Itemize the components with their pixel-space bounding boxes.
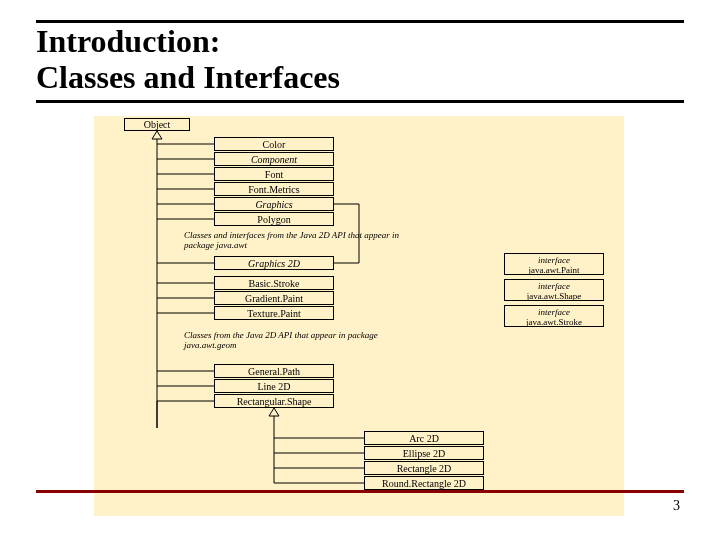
class-gradientpaint: Gradient.Paint xyxy=(214,291,334,305)
class-fontmetrics: Font.Metrics xyxy=(214,182,334,196)
class-ellipse2d: Ellipse 2D xyxy=(364,446,484,460)
class-arc2d: Arc 2D xyxy=(364,431,484,445)
interface-shape: interface java.awt.Shape xyxy=(504,279,604,301)
class-roundrectangle2d: Round.Rectangle 2D xyxy=(364,476,484,490)
page-number: 3 xyxy=(673,498,680,514)
class-graphics2d: Graphics 2D xyxy=(214,256,334,270)
class-graphics: Graphics xyxy=(214,197,334,211)
interface-stroke: interface java.awt.Stroke xyxy=(504,305,604,327)
title-line1: Introduction: xyxy=(36,23,220,59)
caption-geom: Classes from the Java 2D API that appear… xyxy=(184,331,404,351)
bottom-rule xyxy=(36,490,684,493)
class-rectangle2d: Rectangle 2D xyxy=(364,461,484,475)
svg-marker-0 xyxy=(152,131,162,139)
interface-paint: interface java.awt.Paint xyxy=(504,253,604,275)
svg-marker-19 xyxy=(269,408,279,416)
title-line2: Classes and Interfaces xyxy=(36,59,340,95)
page-title: Introduction: Classes and Interfaces xyxy=(36,24,340,96)
class-color: Color xyxy=(214,137,334,151)
class-line2d: Line 2D xyxy=(214,379,334,393)
class-diagram: Object Color Component Font Font.Metrics… xyxy=(94,116,624,516)
class-polygon: Polygon xyxy=(214,212,334,226)
caption-awt: Classes and interfaces from the Java 2D … xyxy=(184,231,404,251)
class-object: Object xyxy=(124,118,190,131)
interface-name: java.awt.Stroke xyxy=(526,317,582,327)
class-rectangularshape: Rectangular.Shape xyxy=(214,394,334,408)
class-component: Component xyxy=(214,152,334,166)
title-underline xyxy=(36,100,684,103)
class-basicstroke: Basic.Stroke xyxy=(214,276,334,290)
class-texturepaint: Texture.Paint xyxy=(214,306,334,320)
interface-name: java.awt.Shape xyxy=(527,291,581,301)
class-font: Font xyxy=(214,167,334,181)
class-generalpath: General.Path xyxy=(214,364,334,378)
interface-name: java.awt.Paint xyxy=(529,265,580,275)
